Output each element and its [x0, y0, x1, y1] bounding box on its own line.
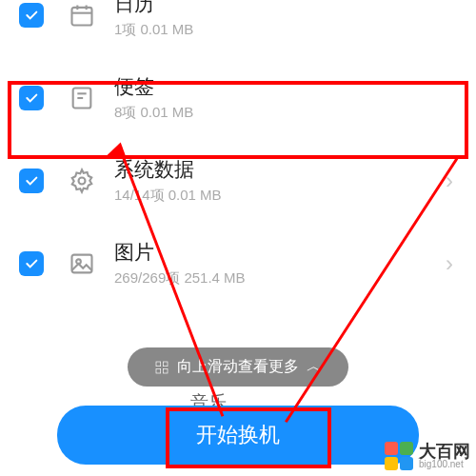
svg-rect-12 [156, 368, 161, 373]
svg-rect-11 [163, 362, 168, 367]
watermark-logo-icon [385, 442, 413, 470]
check-icon [24, 173, 39, 188]
item-title: 日历 [114, 0, 457, 17]
item-subtitle: 269/269项 251.4 MB [114, 269, 446, 288]
watermark-title: 大百网 [419, 443, 470, 460]
watermark-url: big100.net [419, 460, 470, 469]
check-icon [24, 8, 39, 23]
check-icon [24, 256, 39, 271]
check-icon [24, 90, 39, 106]
item-title: 系统数据 [114, 156, 446, 183]
list-item-calendar[interactable]: 日历 1项 0.01 MB [0, 0, 476, 56]
checkbox-system[interactable] [19, 169, 44, 193]
item-subtitle: 14/14项 0.01 MB [114, 187, 446, 205]
item-subtitle: 1项 0.01 MB [114, 21, 457, 39]
checkbox-pictures[interactable] [19, 251, 44, 276]
gear-icon [67, 166, 97, 196]
note-icon [67, 83, 97, 113]
checkbox-calendar[interactable] [19, 3, 44, 28]
svg-point-7 [79, 177, 86, 184]
svg-rect-10 [156, 362, 161, 367]
hint-text: 向上滑动查看更多 [177, 357, 299, 377]
start-transfer-button[interactable]: 开始换机 [57, 406, 419, 465]
scroll-hint-pill[interactable]: 向上滑动查看更多 ︿ [128, 347, 348, 387]
svg-rect-13 [163, 368, 168, 373]
checkbox-notes[interactable] [19, 86, 44, 110]
chevron-right-icon: › [446, 250, 457, 277]
watermark: 大百网 big100.net [385, 442, 470, 470]
item-title: 便签 [114, 73, 457, 100]
list-item-notes[interactable]: 便签 8项 0.01 MB [0, 56, 476, 139]
item-subtitle: 8项 0.01 MB [114, 104, 457, 122]
list-item-system-data[interactable]: 系统数据 14/14项 0.01 MB › [0, 139, 476, 222]
calendar-icon [67, 0, 97, 30]
image-icon [67, 248, 97, 279]
grid-icon [154, 360, 169, 375]
svg-rect-8 [72, 254, 92, 272]
svg-rect-0 [72, 7, 92, 25]
